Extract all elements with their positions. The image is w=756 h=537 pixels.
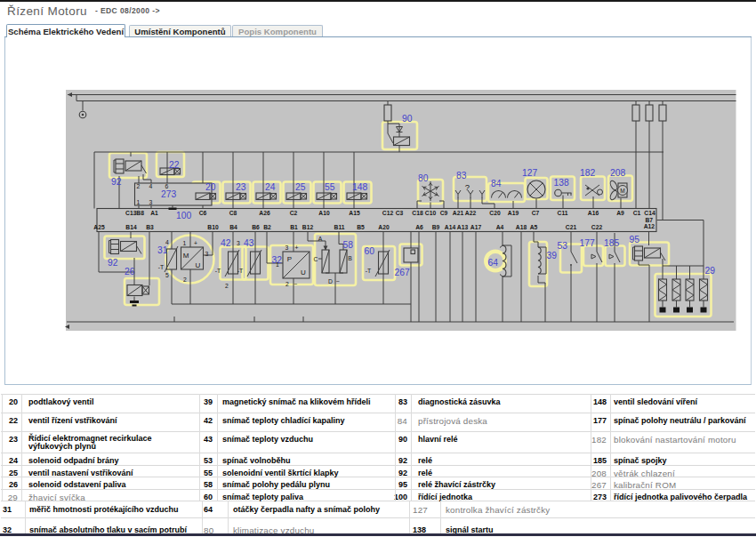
svg-text:C22: C22 [591, 224, 603, 230]
legend-column-divider [21, 394, 22, 501]
legend-num: 273 [591, 493, 607, 501]
legend-item-185[interactable]: spínač spojky [614, 456, 756, 465]
svg-text:4: 4 [165, 239, 169, 245]
svg-text:A14: A14 [445, 224, 456, 230]
component-gnd273[interactable] [169, 208, 177, 211]
legend-row-divider [1, 431, 755, 432]
svg-text:5: 5 [165, 272, 169, 278]
svg-text:29: 29 [705, 266, 716, 276]
legend-column-divider [25, 517, 26, 533]
svg-text:6: 6 [165, 183, 169, 189]
svg-text:80: 80 [418, 173, 429, 183]
legend-group-divider [202, 501, 203, 517]
fuse-symbol [632, 105, 639, 121]
legend-num: 24 [2, 456, 18, 465]
fuse-symbol [384, 105, 391, 121]
legend-item-43[interactable]: snímač teploty vzduchu [222, 435, 366, 444]
svg-text:B12: B12 [302, 224, 314, 230]
legend-num: 182 [591, 435, 607, 445]
legend-item-23[interactable]: Řídicí elektromagnet recirkulace výfukov… [28, 435, 173, 452]
tab-schema-elektrickeho-vedeni[interactable]: Schéma Elektrického Vedení [6, 24, 125, 37]
legend-num: 177 [591, 416, 607, 425]
svg-text:−: − [294, 281, 298, 287]
legend-item-90[interactable]: hlavní relé [418, 435, 562, 444]
legend-column-divider [610, 394, 611, 501]
legend-item-64[interactable]: otáčky čerpadla nafty a snímač polohy [233, 505, 380, 514]
svg-text:C18: C18 [412, 210, 423, 216]
legend-num: 127 [413, 505, 428, 515]
legend-item-177[interactable]: spínač polohy neutrálu / parkování [614, 416, 756, 425]
svg-text:2: 2 [225, 283, 229, 289]
legend-item-92[interactable]: relé [418, 456, 562, 465]
legend-column-divider [217, 394, 218, 501]
legend-item-39[interactable]: magnetický snímač na klikovém hřídeli [222, 397, 366, 406]
legend-item-29: žhavicí svíčka [28, 493, 173, 502]
svg-text:+: + [194, 240, 197, 246]
legend-item-273[interactable]: řídící jednotka palivového čerpadla [614, 493, 756, 501]
legend-item-22[interactable]: ventil řízení vstřikování [28, 416, 173, 425]
legend-row-divider [1, 465, 755, 466]
legend-item-20[interactable]: podtlakový ventil [28, 397, 173, 406]
svg-text:43: 43 [244, 238, 254, 248]
legend-item-53[interactable]: spínač volnoběhu [222, 456, 366, 465]
svg-text:3: 3 [237, 240, 240, 246]
legend-num: 148 [591, 397, 607, 406]
svg-text:A1: A1 [150, 210, 158, 216]
svg-text:-T: -T [215, 268, 221, 274]
legend-item-26[interactable]: solenoid odstavení paliva [28, 480, 173, 489]
svg-text:58: 58 [343, 240, 354, 250]
svg-text:267: 267 [395, 268, 410, 277]
legend-item-148[interactable]: ventil sledování víření [614, 397, 756, 406]
component-32[interactable]: PU [283, 252, 310, 278]
fuse-symbol [646, 105, 653, 121]
svg-text:B: B [348, 255, 352, 261]
legend-item-24[interactable]: solenoid odpadní brány [28, 456, 173, 465]
svg-text:M: M [620, 188, 624, 194]
legend-column-divider [440, 517, 441, 533]
legend-item-25[interactable]: ventil nastavení vstřikování [28, 469, 173, 477]
svg-text:U: U [301, 268, 306, 277]
legend-item-138[interactable]: signál startu [446, 525, 494, 534]
svg-text:185: 185 [604, 238, 619, 248]
svg-text:A5: A5 [530, 224, 538, 230]
legend-item-31[interactable]: měřič hmotnosti protékajícího vzduchu [29, 505, 179, 514]
svg-text:A6: A6 [415, 224, 423, 230]
svg-text:A22: A22 [465, 210, 477, 216]
svg-text:B2: B2 [263, 224, 271, 230]
legend-item-83[interactable]: diagnostická zásuvka [418, 397, 562, 406]
legend-item-32[interactable]: snímač absolutního tlaku v sacím potrubí [29, 525, 187, 534]
legend-num: 138 [413, 525, 426, 534]
legend-num: 22 [2, 416, 18, 425]
svg-text:U: U [196, 261, 201, 269]
legend-item-95[interactable]: relé žhavící zástrčky [418, 480, 562, 489]
legend-item-60[interactable]: snímač teploty paliva [222, 493, 366, 501]
wiring-diagram: MMUPU90922227310020232425551488083841271… [1, 0, 756, 385]
svg-text:64: 64 [488, 258, 499, 268]
legend-item-55[interactable]: solenoidní ventil škrtící klapky [222, 469, 366, 477]
svg-text:A16: A16 [588, 210, 599, 216]
legend-group-divider [409, 517, 410, 533]
svg-text:A19: A19 [508, 210, 519, 216]
legend-item-208: větrák chlazení [614, 469, 756, 478]
legend-item-127: kontrolka žhavící zástrčky [446, 505, 550, 515]
svg-text:23: 23 [236, 182, 246, 192]
svg-text:C: C [314, 256, 318, 262]
svg-text:-T: -T [237, 268, 243, 274]
svg-text:C1: C1 [633, 210, 641, 216]
svg-text:3: 3 [149, 199, 153, 205]
svg-text:42: 42 [221, 238, 231, 248]
legend-item-92[interactable]: relé [418, 469, 562, 477]
svg-text:M: M [183, 252, 189, 260]
legend-item-267: kalibrační ROM [614, 480, 756, 490]
svg-text:B11: B11 [334, 224, 345, 230]
fuse-symbol [659, 105, 666, 121]
svg-text:127: 127 [522, 168, 537, 178]
svg-text:A15: A15 [349, 210, 360, 216]
svg-text:60: 60 [365, 246, 375, 256]
svg-text:3: 3 [286, 244, 289, 251]
legend-item-58[interactable]: snímač polohy pedálu plynu [222, 480, 366, 489]
svg-text:31: 31 [157, 245, 168, 255]
legend-group-divider [2, 394, 3, 501]
legend-item-42[interactable]: snímač teploty chladící kapaliny [222, 416, 366, 425]
svg-text:1: 1 [183, 240, 187, 246]
